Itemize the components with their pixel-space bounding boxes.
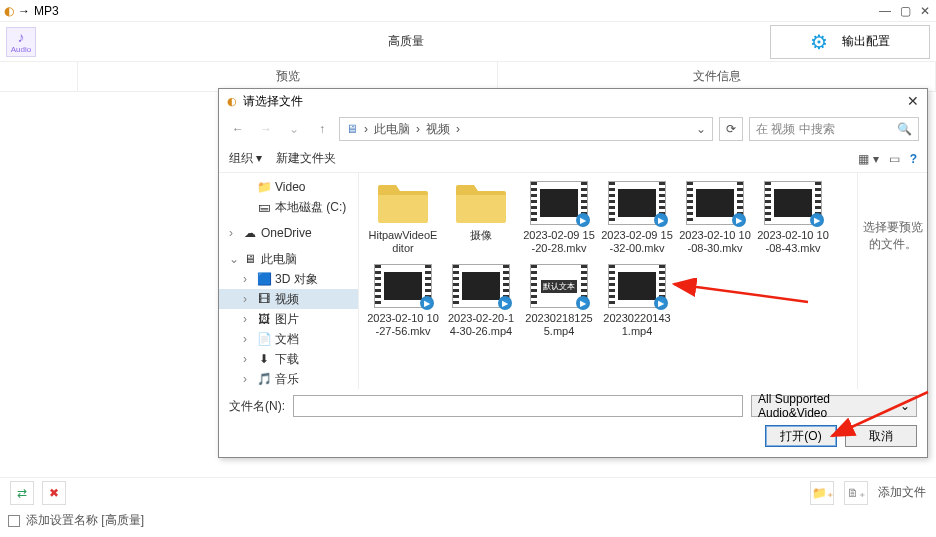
gear-icon: ⚙ <box>810 30 828 54</box>
preset-checkbox[interactable] <box>8 515 20 527</box>
play-overlay-icon: ▶ <box>810 213 824 227</box>
tree-item[interactable]: ⌄🖥此电脑 <box>219 249 358 269</box>
tree-item[interactable]: ›☁OneDrive <box>219 223 358 243</box>
breadcrumb-root[interactable]: 此电脑 <box>374 121 410 138</box>
file-label: 摄像 <box>470 229 492 242</box>
dialog-body: 📁Video🖴本地磁盘 (C:)›☁OneDrive⌄🖥此电脑›🟦3D 对象›🎞… <box>219 173 927 389</box>
search-icon: 🔍 <box>897 122 912 136</box>
open-button[interactable]: 打开(O) <box>765 425 837 447</box>
file-item[interactable]: 摄像 <box>445 181 517 254</box>
merge-button[interactable]: ⇄ <box>10 481 34 505</box>
play-overlay-icon: ▶ <box>732 213 746 227</box>
music-note-icon: ♪ <box>18 29 25 45</box>
search-input[interactable]: 在 视频 中搜索 🔍 <box>749 117 919 141</box>
dialog-icon: ◐ <box>227 95 237 108</box>
dialog-nav-row: ← → ⌄ ↑ 🖥 › 此电脑 › 视频 › ⌄ ⟳ 在 视频 中搜索 🔍 <box>219 113 927 145</box>
bottom-toolbar: ⇄ ✖ 📁₊ 🗎₊ 添加文件 <box>0 477 936 507</box>
tab-preview[interactable]: 预览 <box>78 62 498 91</box>
breadcrumb-path[interactable]: 🖥 › 此电脑 › 视频 › ⌄ <box>339 117 713 141</box>
refresh-button[interactable]: ⟳ <box>719 117 743 141</box>
video-thumb: ▶ <box>374 264 432 308</box>
file-label: 2023-02-20-14-30-26.mp4 <box>445 312 517 337</box>
tabs-spacer <box>0 62 78 91</box>
video-thumb: ▶ <box>764 181 822 225</box>
play-overlay-icon: ▶ <box>576 296 590 310</box>
delete-button[interactable]: ✖ <box>42 481 66 505</box>
tree-item[interactable]: 🖴本地磁盘 (C:) <box>219 197 358 217</box>
play-overlay-icon: ▶ <box>576 213 590 227</box>
help-button[interactable]: ? <box>910 152 917 166</box>
video-thumb: ▶ <box>530 181 588 225</box>
file-label: 202302181255.mp4 <box>523 312 595 337</box>
organize-menu[interactable]: 组织 ▾ <box>229 150 262 167</box>
close-button[interactable]: ✕ <box>918 4 932 18</box>
title-prefix: → <box>18 4 30 18</box>
dialog-titlebar: ◐ 请选择文件 ✕ <box>219 89 927 113</box>
nav-back-button[interactable]: ← <box>227 118 249 140</box>
preview-hint: 选择要预览的文件。 <box>862 219 923 253</box>
add-folder-button[interactable]: 📁₊ <box>810 481 834 505</box>
file-item[interactable]: ▶2023-02-10 10-08-30.mkv <box>679 181 751 254</box>
new-folder-button[interactable]: 新建文件夹 <box>276 150 336 167</box>
file-label: 2023-02-10 10-08-43.mkv <box>757 229 829 254</box>
nav-up-button[interactable]: ↑ <box>311 118 333 140</box>
file-item[interactable]: ▶2023-02-10 10-08-43.mkv <box>757 181 829 254</box>
quality-label: 高质量 <box>42 33 770 50</box>
maximize-button[interactable]: ▢ <box>898 4 912 18</box>
tree-item[interactable]: ›🖼图片 <box>219 309 358 329</box>
output-config-label: 输出配置 <box>842 33 890 50</box>
pc-icon: 🖥 <box>346 122 358 136</box>
dialog-toolbar: 组织 ▾ 新建文件夹 ▦ ▾ ▭ ? <box>219 145 927 173</box>
file-label: 202302201431.mp4 <box>601 312 673 337</box>
breadcrumb-folder[interactable]: 视频 <box>426 121 450 138</box>
file-item[interactable]: ▶2023-02-09 15-20-28.mkv <box>523 181 595 254</box>
dialog-title: 请选择文件 <box>243 93 303 110</box>
format-audio-tile[interactable]: ♪ Audio <box>6 27 36 57</box>
tree-item[interactable]: 📁Video <box>219 177 358 197</box>
folder-tree[interactable]: 📁Video🖴本地磁盘 (C:)›☁OneDrive⌄🖥此电脑›🟦3D 对象›🎞… <box>219 173 359 389</box>
file-item[interactable]: ▶202302201431.mp4 <box>601 264 673 337</box>
tree-item[interactable]: ›⬇下载 <box>219 349 358 369</box>
play-overlay-icon: ▶ <box>654 213 668 227</box>
video-thumb: ▶ <box>452 264 510 308</box>
filename-label: 文件名(N): <box>229 398 285 415</box>
preset-label: 添加设置名称 [高质量] <box>26 512 144 529</box>
add-file-label[interactable]: 添加文件 <box>878 484 926 501</box>
tree-item[interactable]: ›🎞视频 <box>219 289 358 309</box>
add-file-icon-button[interactable]: 🗎₊ <box>844 481 868 505</box>
breadcrumb-sep-2: › <box>416 122 420 136</box>
app-title: MP3 <box>34 4 59 18</box>
cancel-button[interactable]: 取消 <box>845 425 917 447</box>
chevron-down-icon: ⌄ <box>900 399 910 413</box>
minimize-button[interactable]: — <box>878 4 892 18</box>
output-config-button[interactable]: ⚙ 输出配置 <box>770 25 930 59</box>
video-thumb: ▶ <box>686 181 744 225</box>
video-thumb: ▶ <box>608 181 666 225</box>
filetype-select[interactable]: All Supported Audio&Video ⌄ <box>751 395 917 417</box>
dialog-close-button[interactable]: ✕ <box>907 93 919 109</box>
audio-label: Audio <box>11 45 31 54</box>
filename-input[interactable] <box>293 395 743 417</box>
file-item[interactable]: HitpawVideoEditor <box>367 181 439 254</box>
preview-pane-button[interactable]: ▭ <box>889 152 900 166</box>
file-item[interactable]: ▶2023-02-09 15-32-00.mkv <box>601 181 673 254</box>
file-label: 2023-02-09 15-32-00.mkv <box>601 229 673 254</box>
view-mode-button[interactable]: ▦ ▾ <box>858 152 878 166</box>
tree-item[interactable]: ›🟦3D 对象 <box>219 269 358 289</box>
breadcrumb-sep-1: › <box>364 122 368 136</box>
tree-item[interactable]: ›🎵音乐 <box>219 369 358 389</box>
breadcrumb-dropdown-icon[interactable]: ⌄ <box>696 122 706 136</box>
preview-pane: 选择要预览的文件。 <box>857 173 927 389</box>
folder-icon <box>374 181 432 225</box>
search-placeholder: 在 视频 中搜索 <box>756 121 835 138</box>
tab-fileinfo[interactable]: 文件信息 <box>498 62 936 91</box>
file-grid[interactable]: HitpawVideoEditor摄像▶2023-02-09 15-20-28.… <box>359 173 857 389</box>
tree-item[interactable]: ›📄文档 <box>219 329 358 349</box>
file-item[interactable]: ▶2023-02-10 10-27-56.mkv <box>367 264 439 337</box>
nav-forward-button[interactable]: → <box>255 118 277 140</box>
nav-recent-button[interactable]: ⌄ <box>283 118 305 140</box>
file-label: 2023-02-09 15-20-28.mkv <box>523 229 595 254</box>
file-label: HitpawVideoEditor <box>367 229 439 254</box>
file-item[interactable]: ▶2023-02-20-14-30-26.mp4 <box>445 264 517 337</box>
file-item[interactable]: 默认文本▶202302181255.mp4 <box>523 264 595 337</box>
